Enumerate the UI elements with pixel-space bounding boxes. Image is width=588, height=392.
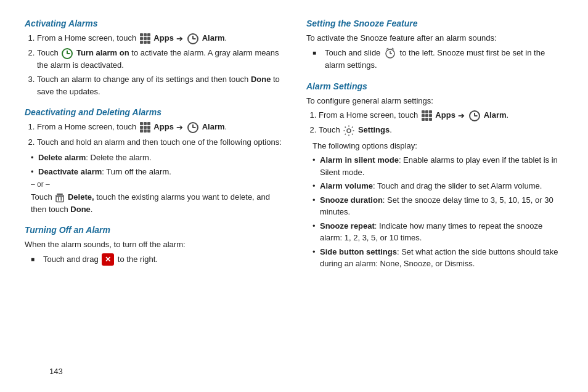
alarm-label-2: Alarm (202, 122, 225, 131)
activating-alarms-list: From a Home screen, touch Apps ➔ Alarm. … (37, 32, 282, 97)
apps-label-3: Apps (435, 110, 455, 120)
list-item: Snooze duration: Set the snooze delay ti… (312, 194, 563, 218)
list-item: Touch Settings. (319, 124, 563, 136)
delete-alarm-text: Delete alarm: Delete the alarm. (38, 153, 152, 162)
right-column: Setting the Snooze Feature To activate t… (306, 18, 563, 272)
svg-rect-4 (61, 197, 62, 201)
trash-icon (55, 193, 64, 203)
list-item: Deactivate alarm: Turn off the alarm. (31, 166, 282, 178)
x-icon: ✕ (102, 253, 114, 266)
snooze-clock-icon (384, 47, 396, 59)
apps-icon-3 (422, 110, 432, 121)
apps-label: Apps (153, 33, 174, 43)
following-options-text: The following options display: (312, 140, 563, 152)
alarm-icon-1 (187, 33, 198, 44)
deactivate-alarm-text: Deactivate alarm: Turn off the alarm. (38, 167, 171, 176)
list-item: Side button settings: Set what action th… (312, 246, 563, 270)
svg-line-9 (392, 48, 394, 49)
delete-para: Touch Delete, touch the existing alarms … (31, 191, 282, 215)
list-item: Alarm volume: Touch and drag the slider … (312, 180, 563, 192)
section-title-snooze: Setting the Snooze Feature (306, 18, 563, 28)
list-item: Touch an alarm to change any of its sett… (37, 73, 282, 97)
alarm-label-3: Alarm (484, 110, 507, 120)
snooze-repeat-text: Snooze repeat: Indicate how many times t… (320, 221, 542, 243)
svg-line-8 (386, 48, 388, 49)
touch-drag-text: Touch and drag (43, 255, 100, 264)
to-right-text: to the right. (118, 255, 158, 264)
settings-icon (343, 125, 354, 136)
apps-label-2: Apps (153, 122, 174, 131)
arrow-icon: ➔ (176, 33, 183, 45)
turning-off-list: Touch and drag ✕ to the right. (31, 253, 282, 266)
apps-icon-2 (140, 122, 150, 133)
alarm-settings-ordered: From a Home screen, touch Apps ➔ Alarm. … (319, 109, 563, 136)
snooze-text-1: Touch and slide (325, 48, 383, 57)
alarm-icon-3 (469, 110, 480, 121)
list-item: Delete alarm: Delete the alarm. (31, 152, 282, 164)
alarm-label-1: Alarm. (202, 33, 227, 43)
svg-rect-1 (57, 194, 63, 195)
apps-icon (140, 33, 150, 44)
alarm-icon-2 (187, 122, 198, 133)
section-title-activating: Activating Alarms (25, 18, 282, 28)
svg-point-10 (347, 129, 351, 133)
alarm-green-icon (62, 48, 73, 59)
snooze-intro: To activate the Snooze feature after an … (306, 32, 563, 44)
snooze-duration-text: Snooze duration: Set the snooze delay ti… (320, 195, 553, 217)
list-item: Touch and hold an alarm and then touch o… (37, 136, 282, 149)
section-title-alarm-settings: Alarm Settings (306, 81, 563, 91)
alarm-options-list: Alarm in silent mode: Enable alarms to p… (312, 154, 563, 270)
settings-label: Settings (358, 125, 390, 134)
step3-text: Touch an alarm to change any of its sett… (37, 75, 280, 96)
list-item: Touch and drag ✕ to the right. (31, 253, 282, 266)
list-item: Alarm in silent mode: Enable alarms to p… (312, 154, 563, 178)
list-item: Touch Turn alarm on to activate the alar… (37, 47, 282, 71)
list-item: From a Home screen, touch Apps ➔ Alarm. (37, 32, 282, 44)
list-item: Snooze repeat: Indicate how many times t… (312, 220, 563, 244)
list-item: From a Home screen, touch Apps ➔ Alarm. (37, 121, 282, 133)
list-item: Touch and slide to the left. Snooze must… (312, 47, 563, 71)
svg-rect-3 (58, 197, 59, 201)
turning-off-intro: When the alarm sounds, to turn off the a… (25, 239, 282, 251)
page-number: 143 (49, 367, 63, 376)
section-title-turning-off: Turning Off an Alarm (25, 225, 282, 235)
deactivating-list: From a Home screen, touch Apps ➔ Alarm. … (37, 121, 282, 148)
svg-rect-2 (56, 196, 63, 202)
alarm-silent-text: Alarm in silent mode: Enable alarms to p… (320, 155, 558, 177)
deactivating-sub-list: Delete alarm: Delete the alarm. Deactiva… (31, 152, 282, 178)
section-title-deactivating: Deactivating and Deleting Alarms (25, 107, 282, 117)
snooze-list: Touch and slide to the left. Snooze must… (312, 47, 563, 71)
left-column: Activating Alarms From a Home screen, to… (25, 18, 282, 272)
arrow-icon-3: ➔ (458, 110, 465, 122)
arrow-icon-2: ➔ (176, 121, 183, 134)
touch-hold-text: Touch and hold an alarm and then touch o… (37, 137, 282, 147)
list-item: From a Home screen, touch Apps ➔ Alarm. (319, 109, 563, 121)
turn-alarm-on-text: Turn alarm on to activate the alarm. A g… (37, 48, 279, 70)
or-separator: – or – (31, 180, 282, 189)
side-button-text: Side button settings: Set what action th… (320, 247, 558, 269)
alarm-volume-text: Alarm volume: Touch and drag the slider … (320, 181, 542, 190)
alarm-settings-intro: To configure general alarm settings: (306, 95, 563, 107)
